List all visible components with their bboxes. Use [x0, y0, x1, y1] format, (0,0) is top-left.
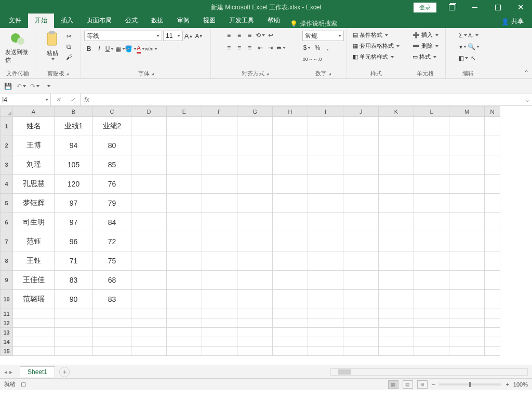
row-header[interactable]: 2: [1, 136, 13, 155]
underline-button[interactable]: U: [105, 44, 114, 54]
cell[interactable]: [379, 136, 414, 155]
cell[interactable]: [237, 213, 273, 232]
row-header[interactable]: 7: [1, 232, 13, 251]
cell[interactable]: 王钰: [13, 251, 55, 271]
zoom-in-button[interactable]: +: [506, 381, 509, 388]
zoom-slider[interactable]: [439, 383, 501, 385]
cell[interactable]: 业绩2: [93, 117, 131, 136]
cell[interactable]: [414, 347, 449, 356]
cell[interactable]: [167, 318, 202, 328]
cell[interactable]: [308, 194, 343, 213]
cell[interactable]: [414, 290, 449, 309]
cell[interactable]: [485, 232, 500, 251]
align-center-button[interactable]: ≡: [235, 43, 244, 52]
cell[interactable]: [13, 337, 55, 347]
cell[interactable]: [449, 251, 485, 271]
cell[interactable]: 84: [93, 213, 131, 232]
cell[interactable]: [449, 175, 485, 194]
italic-button[interactable]: I: [95, 44, 104, 54]
new-sheet-button[interactable]: ＋: [59, 367, 70, 377]
cell[interactable]: [202, 232, 237, 251]
cell[interactable]: [343, 136, 379, 155]
increase-indent-button[interactable]: ⇥: [266, 43, 275, 52]
cell[interactable]: [485, 337, 500, 347]
cell[interactable]: 姓名: [13, 117, 55, 136]
cell[interactable]: [237, 232, 273, 251]
cell[interactable]: [414, 155, 449, 175]
fill-color-button[interactable]: 🪣: [126, 44, 135, 54]
cell[interactable]: [485, 155, 500, 175]
tab-insert[interactable]: 插入: [54, 14, 80, 28]
row-header[interactable]: 5: [1, 194, 13, 213]
row-header[interactable]: 11: [1, 309, 13, 318]
cell[interactable]: [273, 175, 308, 194]
orientation-button[interactable]: ⟲: [256, 31, 265, 40]
cell[interactable]: [379, 175, 414, 194]
column-header[interactable]: K: [379, 107, 414, 117]
cell[interactable]: [202, 309, 237, 318]
cell[interactable]: [414, 328, 449, 337]
cell[interactable]: 范璐瑶: [13, 290, 55, 309]
row-header[interactable]: 12: [1, 318, 13, 328]
cell[interactable]: [273, 309, 308, 318]
cell[interactable]: 王博: [13, 136, 55, 155]
cell[interactable]: [237, 347, 273, 356]
cell[interactable]: [343, 175, 379, 194]
zoom-out-button[interactable]: −: [432, 381, 435, 388]
cell[interactable]: [237, 337, 273, 347]
cell[interactable]: [237, 271, 273, 290]
increase-font-button[interactable]: A▲: [184, 31, 193, 41]
cell[interactable]: [308, 213, 343, 232]
cell[interactable]: [343, 318, 379, 328]
cell[interactable]: [202, 194, 237, 213]
dialog-launcher-icon[interactable]: [266, 73, 269, 75]
cell[interactable]: [379, 232, 414, 251]
tab-page-layout[interactable]: 页面布局: [80, 14, 118, 28]
cell[interactable]: [343, 117, 379, 136]
cell[interactable]: [202, 213, 237, 232]
paste-button[interactable]: 粘贴: [43, 30, 62, 61]
delete-cells-button[interactable]: ➖删除: [411, 42, 440, 50]
cell[interactable]: [237, 155, 273, 175]
row-header[interactable]: 15: [1, 347, 13, 356]
cell[interactable]: [273, 328, 308, 337]
cell[interactable]: [379, 328, 414, 337]
cell[interactable]: [308, 232, 343, 251]
cell[interactable]: [131, 290, 167, 309]
cell[interactable]: 司生明: [13, 213, 55, 232]
cell[interactable]: 孔思慧: [13, 175, 55, 194]
column-header[interactable]: G: [237, 107, 273, 117]
share-button[interactable]: 👤 共享: [501, 17, 524, 26]
cell[interactable]: [414, 194, 449, 213]
horizontal-scrollbar[interactable]: [330, 368, 528, 376]
cell[interactable]: 71: [55, 251, 93, 271]
cell[interactable]: [449, 309, 485, 318]
cell[interactable]: [202, 290, 237, 309]
phonetic-button[interactable]: wén: [147, 44, 156, 54]
cell[interactable]: [202, 328, 237, 337]
cell[interactable]: [13, 347, 55, 356]
cell[interactable]: [273, 155, 308, 175]
cell[interactable]: [485, 271, 500, 290]
cell[interactable]: [343, 213, 379, 232]
cell[interactable]: 梦钰辉: [13, 194, 55, 213]
cell[interactable]: [55, 318, 93, 328]
formula-bar[interactable]: ⌄: [93, 94, 532, 105]
dialog-launcher-icon[interactable]: [151, 73, 154, 75]
cell[interactable]: [414, 232, 449, 251]
send-wechat-button[interactable]: 发送到微信: [3, 30, 32, 65]
cell[interactable]: [167, 175, 202, 194]
column-header[interactable]: C: [93, 107, 131, 117]
cell[interactable]: [449, 337, 485, 347]
page-break-view-button[interactable]: ⊞: [417, 380, 428, 389]
cell[interactable]: [379, 251, 414, 271]
cell-styles-button[interactable]: ◧单元格样式: [352, 52, 395, 61]
column-header[interactable]: H: [273, 107, 308, 117]
align-right-button[interactable]: ≡: [245, 43, 255, 52]
cell[interactable]: [237, 194, 273, 213]
cell[interactable]: [308, 318, 343, 328]
copy-button[interactable]: ⧉: [64, 42, 74, 51]
fill-button[interactable]: ▾: [458, 42, 468, 51]
cell[interactable]: [202, 337, 237, 347]
tab-formulas[interactable]: 公式: [118, 14, 144, 28]
